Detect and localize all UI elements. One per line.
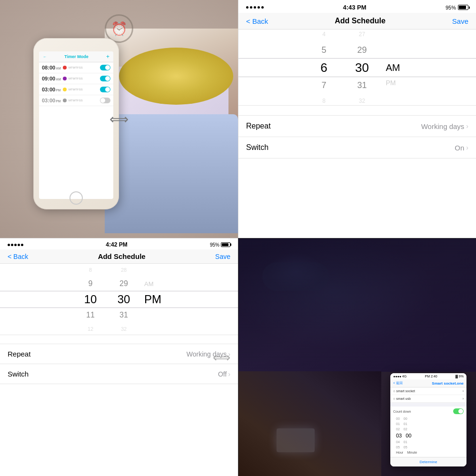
timer-toggle-1[interactable]: [100, 65, 110, 70]
min-item-29: 29: [343, 42, 381, 58]
bl-min-col[interactable]: 28 29 30 31 32: [107, 264, 140, 335]
bp-signal: ●●●● 4G: [393, 375, 407, 378]
timer-toggle-4[interactable]: [100, 98, 110, 103]
hour-item-4: 4: [305, 30, 343, 42]
picker-columns-top: 4 5 6 7 8 27 29 30 31 32: [238, 30, 476, 105]
phone-outer: ← Timer Mode + 08:00AM MTWTFSS: [33, 38, 119, 209]
settings-section-bl: Repeat Working days › Switch Off ›: [0, 344, 238, 384]
bl-repeat-row[interactable]: Repeat Working days ›: [0, 344, 238, 364]
bl-battery-fill: [222, 243, 228, 246]
save-button-top[interactable]: Save: [452, 17, 468, 25]
bp-title: Smart socket.one: [432, 381, 464, 386]
switch-row[interactable]: Switch On ›: [238, 137, 476, 159]
bl-hour-sel: 10: [74, 291, 107, 308]
bp-row-usb[interactable]: ○ smart usb ›: [390, 395, 466, 403]
repeat-row[interactable]: Repeat Working days ›: [238, 115, 476, 137]
bp-usb-chevron: ›: [463, 397, 464, 400]
bp-min-label: Minute: [407, 451, 417, 454]
bl-dot-1: [8, 244, 10, 246]
time-picker-bl[interactable]: 8 9 10 11 12 28 29 30 31 32 AM PM: [0, 264, 238, 335]
bl-switch-chevron: ›: [228, 370, 230, 378]
phone-back: ←: [43, 55, 47, 59]
bp-status-bar: ●●●● 4G PM 2:40 ▓ 9%: [390, 373, 466, 379]
bl-ampm-s1: [144, 264, 164, 278]
bl-horizontal-arrow: ⟺: [213, 350, 230, 365]
bl-switch-text: Off: [218, 370, 227, 378]
bp-time-04: 0401: [393, 439, 464, 445]
dot-4: [258, 6, 260, 9]
bl-min-28: 28: [107, 264, 140, 277]
phone-plus: +: [106, 53, 109, 60]
repeat-chevron: ›: [466, 122, 468, 130]
switch-value: On ›: [455, 144, 468, 152]
bp-time-sel: 0300: [393, 432, 464, 439]
horizontal-arrow-top: ⟺: [105, 114, 133, 124]
timer-time-1: 08:00AM: [42, 65, 61, 70]
bl-save-button[interactable]: Save: [215, 253, 230, 260]
ampm-column[interactable]: AM PM: [381, 30, 410, 106]
bl-picker-cols: 8 9 10 11 12 28 29 30 31 32 AM PM: [0, 264, 238, 335]
bl-hour-9: 9: [74, 277, 107, 291]
bl-ampm-col[interactable]: AM PM: [140, 264, 164, 335]
timer-days-4: MTWTFSS: [69, 99, 98, 102]
phone-header: ← Timer Mode +: [39, 51, 113, 62]
bl-min-31: 31: [107, 308, 140, 322]
bl-nav-title: Add Schedule: [98, 252, 146, 260]
min-item-32: 32: [343, 93, 381, 106]
bl-battery-icon: [221, 242, 230, 247]
bl-ampm-s2: [144, 308, 164, 321]
min-item-31: 31: [343, 77, 381, 93]
bp-row-socket[interactable]: ○ smart socket ›: [390, 387, 466, 395]
timer-toggle-3[interactable]: [100, 87, 110, 92]
bottom-right-quadrant: ●●●● 4G PM 2:40 ▓ 9% < 返回 Smart socket.o…: [238, 238, 476, 476]
repeat-text: Working days: [421, 122, 465, 130]
bp-nav: < 返回 Smart socket.one: [390, 379, 466, 387]
bl-switch-row[interactable]: Switch Off ›: [0, 364, 238, 384]
bp-countdown-label: Count down: [393, 408, 464, 414]
phone-glow: [277, 428, 315, 452]
bp-time-labels: Hour Minute: [393, 450, 464, 455]
bl-ampm-am: AM: [144, 278, 164, 291]
nav-bar-bl: < Back Add Schedule Save: [0, 249, 238, 264]
bp-socket-text: ○ smart socket: [393, 389, 415, 393]
bl-hour-8: 8: [74, 264, 107, 277]
timer-toggle-2[interactable]: [100, 76, 110, 81]
phone-screen: ← Timer Mode + 08:00AM MTWTFSS: [39, 51, 113, 199]
battery-pct-top: 95%: [446, 5, 456, 10]
status-bar-bl: 4:42 PM 95%: [0, 238, 238, 249]
hour-item-selected: 6: [305, 58, 343, 77]
bl-signal: [8, 244, 23, 246]
phone-title: Timer Mode: [64, 54, 88, 59]
bp-determine-button[interactable]: Determine: [390, 457, 466, 466]
min-item-selected: 30: [343, 58, 381, 77]
hair: [119, 48, 233, 105]
dark-overlay: [238, 238, 476, 372]
ampm-spacer1: [386, 30, 410, 45]
bottom-left-quadrant: 4:42 PM 95% < Back Add Schedule Save 8 9…: [0, 238, 238, 476]
bl-dot-4: [18, 244, 20, 246]
bp-socket-chevron: ›: [463, 389, 464, 393]
hour-column[interactable]: 4 5 6 7 8: [305, 30, 343, 106]
bl-back-button[interactable]: < Back: [8, 253, 28, 260]
minute-column[interactable]: 27 29 30 31 32: [343, 30, 381, 106]
bp-toggle-green[interactable]: [453, 408, 464, 414]
back-button-top[interactable]: < Back: [246, 17, 268, 25]
timer-days-3: MTWTFSS: [69, 88, 98, 91]
repeat-value: Working days ›: [421, 122, 468, 130]
bl-ampm-sel: PM: [144, 291, 164, 308]
settings-section-top: Repeat Working days › Switch On ›: [238, 115, 476, 159]
bp-time: PM 2:40: [425, 375, 437, 378]
timer-row-3: 03:00PM MTWTFSS: [39, 84, 113, 95]
bp-back[interactable]: < 返回: [393, 381, 403, 386]
bl-hour-col[interactable]: 8 9 10 11 12: [74, 264, 107, 335]
timer-row-1: 08:00AM MTWTFSS: [39, 62, 113, 73]
mini-phone-ui: ●●●● 4G PM 2:40 ▓ 9% < 返回 Smart socket.o…: [390, 373, 466, 466]
bl-hour-11: 11: [74, 308, 107, 322]
status-bar-top: 4:43 PM 95%: [238, 0, 476, 13]
ios-screen-top: 4:43 PM 95% < Back Add Schedule Save: [238, 0, 476, 238]
switch-text: On: [455, 144, 464, 152]
phone-home-button[interactable]: [69, 191, 83, 205]
bl-min-32: 32: [107, 322, 140, 336]
time-picker-top[interactable]: 4 5 6 7 8 27 29 30 31 32: [238, 30, 476, 106]
bp-countdown: Count down 0000 0101 0202 0300 0401 0505…: [390, 407, 466, 457]
